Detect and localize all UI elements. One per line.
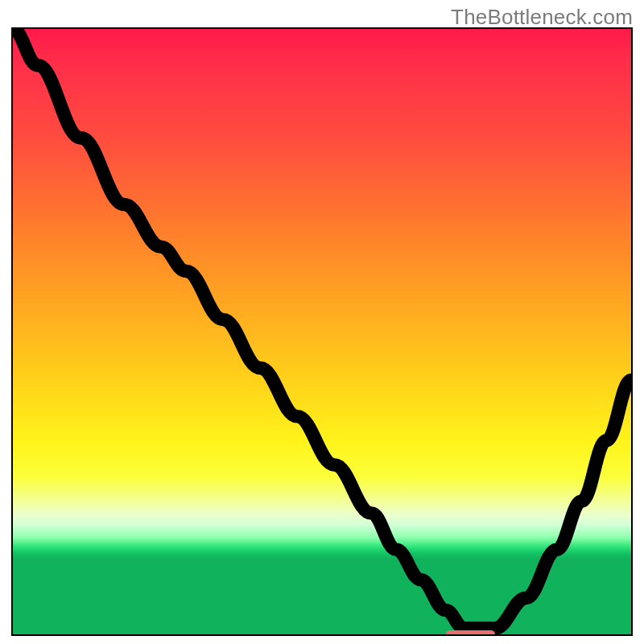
curve-svg xyxy=(13,29,631,634)
chart-plot-area xyxy=(11,27,633,636)
watermark-text: TheBottleneck.com xyxy=(451,5,633,30)
optimal-marker xyxy=(446,630,495,636)
bottleneck-curve xyxy=(13,29,631,628)
